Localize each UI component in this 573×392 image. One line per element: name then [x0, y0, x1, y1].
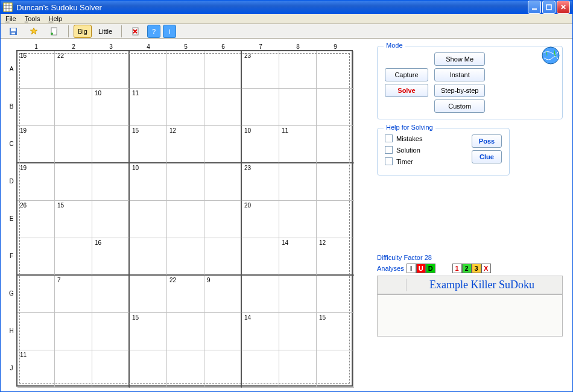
- clear-icon[interactable]: [127, 25, 145, 38]
- grid-cell[interactable]: [130, 276, 167, 313]
- grid-cell[interactable]: [167, 89, 204, 126]
- grid-cell[interactable]: [55, 163, 92, 201]
- close-button[interactable]: ✕: [557, 1, 570, 14]
- timer-checkbox[interactable]: [385, 157, 393, 165]
- minimize-button[interactable]: [528, 1, 541, 14]
- row-label: D: [7, 162, 16, 200]
- analysis-chip[interactable]: I: [407, 264, 416, 273]
- grid-cell[interactable]: [317, 276, 354, 313]
- cage-value: 11: [132, 90, 139, 96]
- grid-cell[interactable]: [130, 51, 167, 89]
- grid-cell[interactable]: [55, 350, 92, 388]
- maximize-button[interactable]: [542, 1, 556, 14]
- stepbystep-button[interactable]: Step-by-step: [434, 84, 485, 97]
- clue-button[interactable]: Clue: [472, 150, 502, 163]
- capture-button[interactable]: Capture: [385, 68, 428, 81]
- cage-value: 12: [169, 127, 176, 134]
- grid-cell[interactable]: [92, 201, 130, 238]
- grid-cell[interactable]: [279, 51, 317, 89]
- grid-cell[interactable]: [317, 201, 354, 238]
- solution-checkbox[interactable]: [385, 146, 393, 154]
- menu-tools[interactable]: Tools: [25, 15, 40, 22]
- analyses-label: Analyses: [377, 265, 404, 272]
- grid-cell[interactable]: [17, 89, 55, 126]
- cage-value: 11: [20, 352, 27, 358]
- grid-cell[interactable]: [167, 201, 204, 238]
- grid-cell[interactable]: [204, 126, 242, 163]
- menu-file[interactable]: File: [5, 15, 16, 22]
- grid-cell[interactable]: [279, 276, 317, 313]
- grid-cell[interactable]: [242, 238, 279, 276]
- grid-cell[interactable]: [317, 163, 354, 201]
- grid-cell[interactable]: [204, 51, 242, 89]
- solve-button[interactable]: Solve: [385, 84, 428, 97]
- custom-button[interactable]: Custom: [434, 100, 485, 113]
- grid-cell[interactable]: [279, 350, 317, 388]
- grid-cell[interactable]: [279, 163, 317, 201]
- grid-cell[interactable]: [17, 238, 55, 276]
- grid-cell[interactable]: [279, 89, 317, 126]
- cage-value: 10: [244, 127, 251, 134]
- grid-cell[interactable]: [204, 313, 242, 350]
- save-icon[interactable]: [4, 25, 22, 38]
- grid-cell[interactable]: [317, 350, 354, 388]
- star-icon[interactable]: [25, 25, 43, 38]
- little-toggle[interactable]: Little: [94, 25, 116, 38]
- grid-cell[interactable]: [204, 163, 242, 201]
- grid-cell[interactable]: [279, 313, 317, 350]
- grid-cell[interactable]: [242, 89, 279, 126]
- help-legend: Help for Solving: [384, 124, 435, 131]
- grid-cell[interactable]: [242, 350, 279, 388]
- grid-cell[interactable]: [204, 89, 242, 126]
- help-icon[interactable]: ?: [147, 25, 160, 38]
- analysis-chip[interactable]: X: [481, 264, 491, 273]
- grid-cell[interactable]: [92, 276, 130, 313]
- grid-cell[interactable]: [204, 350, 242, 388]
- grid-cell[interactable]: [317, 89, 354, 126]
- grid-cell[interactable]: [92, 350, 130, 388]
- grid-cell[interactable]: [55, 313, 92, 350]
- grid-cell[interactable]: [55, 89, 92, 126]
- grid-cell[interactable]: [130, 201, 167, 238]
- showme-button[interactable]: Show Me: [434, 52, 485, 66]
- grid-cell[interactable]: [130, 350, 167, 388]
- grid-cell[interactable]: [167, 163, 204, 201]
- grid-cell[interactable]: [92, 126, 130, 163]
- grid-cell[interactable]: [167, 350, 204, 388]
- analysis-chip[interactable]: U: [416, 264, 426, 273]
- analysis-chip[interactable]: 2: [462, 264, 472, 273]
- grid-cell[interactable]: [167, 238, 204, 276]
- cage-value: 16: [95, 239, 101, 246]
- window-buttons: ✕: [528, 1, 570, 14]
- big-toggle[interactable]: Big: [74, 25, 92, 38]
- analysis-chip[interactable]: 1: [452, 264, 462, 273]
- grid-cell[interactable]: [92, 51, 130, 89]
- menu-help[interactable]: Help: [48, 15, 62, 22]
- grid-cell[interactable]: [242, 276, 279, 313]
- grid-cell[interactable]: [204, 238, 242, 276]
- grid-cell[interactable]: [317, 126, 354, 163]
- grid-cell[interactable]: [92, 313, 130, 350]
- new-icon[interactable]: [45, 25, 63, 38]
- analysis-chip[interactable]: D: [426, 264, 435, 273]
- grid-cell[interactable]: [92, 163, 130, 201]
- grid-cell[interactable]: [55, 238, 92, 276]
- instant-button[interactable]: Instant: [434, 68, 485, 81]
- grid-cell[interactable]: [55, 126, 92, 163]
- grid-cell[interactable]: [17, 313, 55, 350]
- sudoku-grid[interactable]: 1622231011191512101119102326152016141272…: [16, 50, 353, 387]
- main-window: Duncan's Sudoku Solver ✕ File Tools Help…: [0, 0, 573, 392]
- grid-cell[interactable]: [17, 276, 55, 313]
- grid-cell[interactable]: [204, 201, 242, 238]
- col-label: 7: [242, 43, 279, 50]
- analysis-chip[interactable]: 3: [472, 264, 481, 273]
- grid-cell[interactable]: [167, 313, 204, 350]
- mistakes-checkbox[interactable]: [385, 134, 393, 142]
- info-icon[interactable]: i: [163, 25, 176, 38]
- grid-cell[interactable]: [317, 51, 354, 89]
- grid-cell[interactable]: [167, 51, 204, 89]
- grid-cell[interactable]: [279, 201, 317, 238]
- poss-button[interactable]: Poss: [472, 134, 502, 148]
- column-labels: 123456789: [17, 43, 361, 50]
- grid-cell[interactable]: [130, 238, 167, 276]
